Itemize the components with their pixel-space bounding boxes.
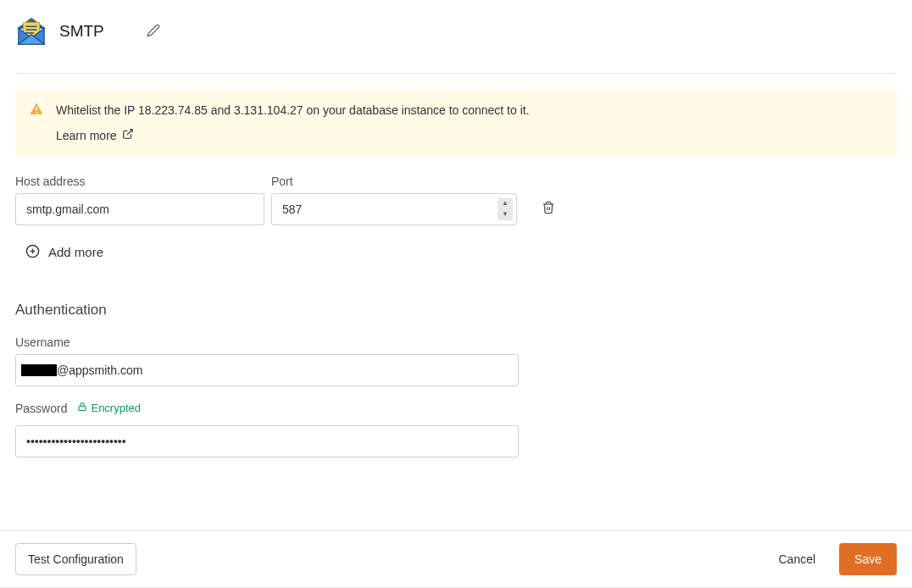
footer-bar: Test Configuration Cancel Save [0, 530, 912, 588]
callout-text: Whitelist the IP 18.223.74.85 and 3.131.… [56, 101, 530, 119]
port-input[interactable] [271, 193, 517, 225]
authentication-heading: Authentication [15, 302, 897, 319]
external-link-icon [122, 126, 134, 145]
page-header: SMTP [15, 15, 897, 74]
port-step-down-button[interactable]: ▼ [498, 209, 513, 220]
pencil-icon [147, 24, 160, 40]
add-more-label: Add more [48, 245, 103, 259]
svg-rect-7 [36, 112, 37, 114]
port-stepper: ▲ ▼ [498, 198, 513, 220]
svg-rect-12 [79, 407, 86, 411]
smtp-envelope-icon [15, 15, 47, 47]
page-title: SMTP [59, 22, 104, 41]
whitelist-callout: Whitelist the IP 18.223.74.85 and 3.131.… [15, 89, 897, 158]
port-label: Port [271, 175, 517, 188]
port-step-up-button[interactable]: ▲ [498, 198, 513, 209]
username-redacted-prefix [21, 364, 57, 376]
delete-endpoint-button[interactable] [532, 193, 564, 225]
chevron-down-icon: ▼ [502, 211, 509, 218]
encrypted-label-text: Encrypted [91, 402, 141, 414]
svg-rect-6 [36, 107, 37, 111]
warning-icon [29, 102, 44, 146]
username-label: Username [15, 336, 519, 349]
learn-more-link[interactable]: Learn more [56, 126, 134, 145]
host-address-label: Host address [15, 175, 264, 188]
edit-title-button[interactable] [142, 19, 165, 43]
cancel-button[interactable]: Cancel [766, 543, 827, 575]
trash-icon [542, 201, 555, 217]
lock-icon [77, 402, 87, 414]
username-input[interactable]: @appsmith.com [15, 354, 519, 386]
chevron-up-icon: ▲ [502, 200, 509, 207]
test-configuration-button[interactable]: Test Configuration [15, 543, 136, 575]
username-suffix: @appsmith.com [57, 363, 142, 377]
svg-line-8 [126, 130, 131, 135]
host-address-input[interactable] [15, 193, 264, 225]
password-label: Password [15, 402, 67, 415]
password-input[interactable] [15, 425, 519, 458]
learn-more-label: Learn more [56, 126, 117, 145]
add-more-button[interactable]: Add more [15, 237, 114, 268]
plus-circle-icon [25, 244, 40, 261]
encrypted-badge: Encrypted [77, 402, 141, 414]
save-button[interactable]: Save [839, 543, 897, 575]
